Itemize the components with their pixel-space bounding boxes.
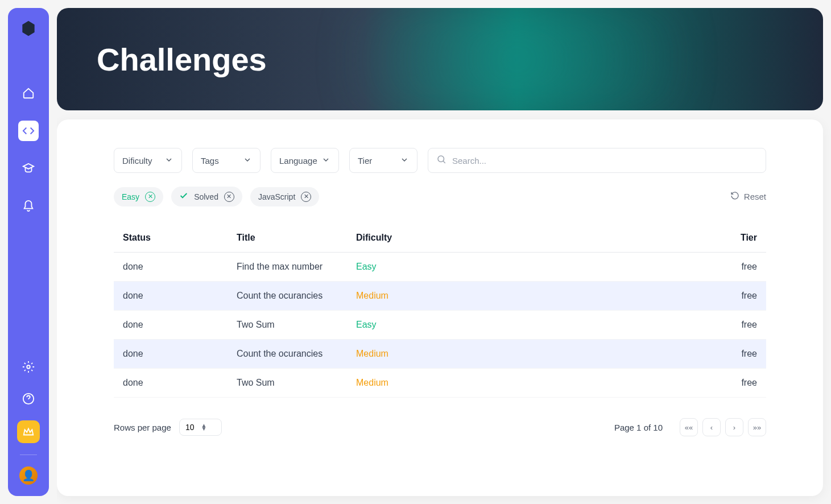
content-card: Dificulty Tags Language Tier Easy	[57, 119, 823, 496]
page-first-button[interactable]: ««	[680, 418, 698, 436]
cell-tier: free	[555, 262, 757, 272]
svg-point-2	[438, 156, 444, 162]
cell-tier: free	[555, 320, 757, 330]
cell-status: done	[123, 262, 237, 272]
filter-tags[interactable]: Tags	[192, 148, 261, 173]
cell-difficulty: Easy	[356, 320, 555, 330]
page-title: Challenges	[97, 41, 267, 78]
nav-home[interactable]	[18, 83, 39, 104]
cell-status: done	[123, 349, 237, 359]
chip-label: JavaScript	[258, 192, 295, 201]
filter-label: Tags	[201, 156, 219, 166]
table-row[interactable]: doneTwo SumMediumfree	[114, 369, 766, 398]
main-content: Challenges Dificulty Tags Language Tier	[57, 0, 831, 504]
challenges-table: Status Title Dificulty Tier doneFind the…	[114, 224, 766, 398]
filter-label: Tier	[358, 156, 372, 166]
filter-tier[interactable]: Tier	[349, 148, 417, 173]
rows-per-page-select[interactable]: 10 ▲▼	[179, 419, 222, 436]
nav-learn[interactable]	[18, 158, 39, 179]
nav-challenges[interactable]	[18, 121, 39, 141]
th-status: Status	[123, 233, 237, 243]
page-last-button[interactable]: »»	[748, 418, 766, 436]
close-icon[interactable]: ✕	[301, 192, 311, 202]
chevron-down-icon	[400, 155, 409, 166]
search-icon	[436, 154, 446, 167]
table-row[interactable]: doneCount the ocuranciesMediumfree	[114, 282, 766, 311]
close-icon[interactable]: ✕	[145, 192, 155, 202]
rows-per-page-label: Rows per page	[114, 423, 171, 432]
table-row[interactable]: doneTwo SumEasyfree	[114, 311, 766, 340]
avatar[interactable]: 👤	[19, 466, 38, 485]
cell-difficulty: Easy	[356, 262, 555, 272]
sort-icon: ▲▼	[201, 424, 206, 431]
pagination: Rows per page 10 ▲▼ Page 1 of 10 «« ‹ › …	[114, 418, 766, 436]
filters-row: Dificulty Tags Language Tier	[114, 148, 766, 173]
chip-easy[interactable]: Easy ✕	[114, 187, 163, 206]
nav-notifications[interactable]	[18, 196, 39, 216]
th-difficulty: Dificulty	[356, 233, 555, 243]
close-icon[interactable]: ✕	[224, 192, 234, 202]
nav-settings[interactable]	[18, 357, 39, 377]
refresh-icon	[730, 191, 739, 202]
check-icon	[179, 191, 188, 202]
chip-javascript[interactable]: JavaScript ✕	[250, 187, 319, 206]
nav-group-bottom: 👤	[17, 357, 40, 485]
filter-language[interactable]: Language	[271, 148, 339, 173]
chips-row: Easy ✕ Solved ✕ JavaScript ✕ Reset	[114, 187, 766, 206]
chip-solved[interactable]: Solved ✕	[171, 187, 242, 206]
cell-title: Two Sum	[237, 320, 356, 330]
filter-difficulty[interactable]: Dificulty	[114, 148, 182, 173]
filter-label: Dificulty	[122, 156, 152, 166]
cell-status: done	[123, 320, 237, 330]
hero-banner: Challenges	[57, 8, 823, 110]
nav-group-top	[18, 83, 39, 216]
table-body: doneFind the max numberEasyfreedoneCount…	[114, 253, 766, 398]
nav-premium[interactable]	[17, 420, 40, 443]
table-row[interactable]: doneFind the max numberEasyfree	[114, 253, 766, 282]
table-head: Status Title Dificulty Tier	[114, 224, 766, 253]
svg-point-0	[27, 365, 30, 369]
cell-title: Two Sum	[237, 378, 356, 388]
table-row[interactable]: doneCount the ocuranciesMediumfree	[114, 340, 766, 369]
page-next-button[interactable]: ›	[725, 418, 743, 436]
th-title: Title	[237, 233, 356, 243]
cell-difficulty: Medium	[356, 349, 555, 359]
chevron-down-icon	[243, 155, 252, 166]
cell-status: done	[123, 291, 237, 301]
rows-value: 10	[185, 423, 195, 432]
sidebar: 👤	[8, 8, 49, 496]
reset-label: Reset	[744, 192, 766, 201]
cell-status: done	[123, 378, 237, 388]
divider	[20, 455, 37, 455]
cell-tier: free	[555, 291, 757, 301]
chevron-down-icon	[164, 155, 173, 166]
logo-icon	[19, 19, 38, 38]
reset-button[interactable]: Reset	[730, 191, 766, 202]
cell-title: Count the ocurancies	[237, 349, 356, 359]
search-box[interactable]	[428, 148, 766, 173]
chip-label: Easy	[122, 192, 139, 201]
cell-title: Count the ocurancies	[237, 291, 356, 301]
chevron-down-icon	[321, 155, 330, 166]
cell-tier: free	[555, 349, 757, 359]
cell-difficulty: Medium	[356, 378, 555, 388]
page-buttons: «« ‹ › »»	[680, 418, 766, 436]
cell-title: Find the max number	[237, 262, 356, 272]
chip-label: Solved	[194, 192, 218, 201]
nav-help[interactable]	[18, 389, 39, 409]
filter-label: Language	[279, 156, 317, 166]
search-input[interactable]	[452, 156, 758, 166]
th-tier: Tier	[555, 233, 757, 243]
cell-tier: free	[555, 378, 757, 388]
page-info: Page 1 of 10	[614, 423, 663, 432]
page-prev-button[interactable]: ‹	[702, 418, 721, 436]
cell-difficulty: Medium	[356, 291, 555, 301]
